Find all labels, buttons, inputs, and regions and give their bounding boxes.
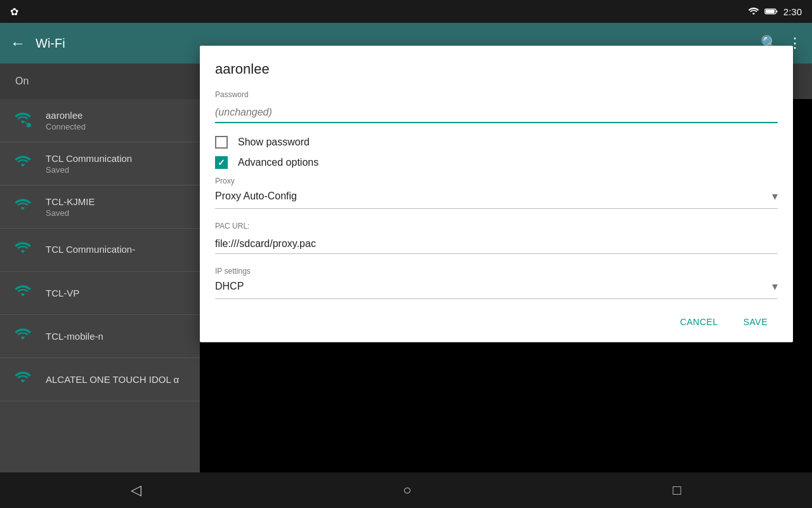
wifi-signal-icon — [10, 151, 36, 177]
nav-bar: ◁ ○ □ — [0, 472, 812, 508]
chevron-down-icon: ▾ — [772, 189, 778, 203]
svg-point-3 — [27, 123, 31, 127]
wifi-name: ALCATEL ONE TOUCH IDOL α — [46, 374, 190, 385]
cancel-button[interactable]: CANCEL — [670, 312, 728, 332]
wifi-info: TCL-mobile-n — [46, 331, 190, 342]
wifi-list: aaronlee Connected TCL Communication Sav… — [0, 99, 200, 472]
wifi-info: TCL-VP — [46, 288, 190, 298]
svg-rect-2 — [776, 10, 777, 12]
pac-url-input-wrapper — [215, 234, 778, 254]
wifi-signal-icon — [10, 194, 36, 220]
ip-settings-value: DHCP — [215, 281, 772, 292]
dialog-title: aaronlee — [215, 61, 778, 77]
home-nav-icon[interactable]: ○ — [403, 482, 411, 498]
pac-url-label: PAC URL: — [215, 222, 778, 231]
wifi-signal-icon — [10, 367, 36, 392]
svg-rect-1 — [766, 10, 775, 13]
chevron-down-icon: ▾ — [772, 279, 778, 293]
password-input-wrapper — [215, 103, 778, 123]
list-item[interactable]: TCL Communication Saved — [0, 142, 200, 185]
wifi-signal-icon — [10, 108, 36, 133]
wifi-info: TCL Communication Saved — [46, 153, 190, 175]
wifi-info: TCL Communication- — [46, 244, 190, 256]
list-item[interactable]: TCL Communication- — [0, 229, 200, 272]
status-time: 2:30 — [783, 6, 802, 17]
status-bar-right: 2:30 — [748, 6, 802, 17]
dialog-actions: CANCEL SAVE — [215, 312, 778, 332]
ip-settings-label: IP settings — [215, 267, 778, 276]
wifi-info: TCL-KJMIE Saved — [46, 196, 190, 218]
proxy-label: Proxy — [215, 177, 778, 185]
wifi-name: TCL-mobile-n — [46, 331, 190, 342]
wifi-name: aaronlee — [46, 110, 190, 121]
wifi-signal-icon — [10, 237, 36, 263]
app-icon: ✿ — [10, 6, 18, 18]
password-label: Password — [215, 90, 778, 99]
save-button[interactable]: SAVE — [733, 312, 778, 332]
show-password-checkbox[interactable] — [215, 136, 228, 149]
wifi-name: TCL-KJMIE — [46, 196, 190, 207]
battery-icon — [764, 7, 778, 16]
wifi-signal-icon — [10, 281, 36, 306]
proxy-value: Proxy Auto-Config — [215, 190, 772, 202]
wifi-info: ALCATEL ONE TOUCH IDOL α — [46, 374, 190, 385]
wifi-status: Saved — [46, 208, 190, 218]
wifi-name: TCL Communication — [46, 153, 190, 164]
wifi-status: Connected — [46, 122, 190, 131]
advanced-options-row: Advanced options — [215, 156, 778, 169]
advanced-options-checkbox[interactable] — [215, 156, 228, 169]
list-item[interactable]: TCL-KJMIE Saved — [0, 185, 200, 229]
list-item[interactable]: TCL-mobile-n — [0, 315, 200, 358]
wifi-status: Saved — [46, 165, 190, 175]
list-item[interactable]: aaronlee Connected — [0, 99, 200, 142]
proxy-dropdown[interactable]: Proxy Auto-Config ▾ — [215, 189, 778, 209]
recent-nav-icon[interactable]: □ — [673, 482, 681, 498]
wifi-name: TCL-VP — [46, 288, 190, 298]
wifi-info: aaronlee Connected — [46, 110, 190, 131]
ip-settings-dropdown[interactable]: DHCP ▾ — [215, 279, 778, 299]
status-bar: ✿ 2:30 — [0, 0, 812, 23]
status-bar-left: ✿ — [10, 6, 18, 18]
password-input[interactable] — [215, 103, 778, 122]
wifi-signal-icon — [10, 324, 36, 349]
wifi-name: TCL Communication- — [46, 244, 190, 255]
list-item[interactable]: ALCATEL ONE TOUCH IDOL α — [0, 358, 200, 401]
wifi-status-icon — [748, 7, 759, 16]
show-password-label: Show password — [238, 137, 310, 148]
back-nav-icon[interactable]: ◁ — [131, 482, 141, 498]
advanced-options-label: Advanced options — [238, 157, 318, 168]
back-button[interactable]: ← — [10, 34, 25, 52]
pac-url-input[interactable] — [215, 234, 778, 253]
wifi-dialog: aaronlee Password Show password Advanced… — [200, 46, 793, 342]
list-item[interactable]: TCL-VP — [0, 272, 200, 315]
show-password-row: Show password — [215, 136, 778, 149]
